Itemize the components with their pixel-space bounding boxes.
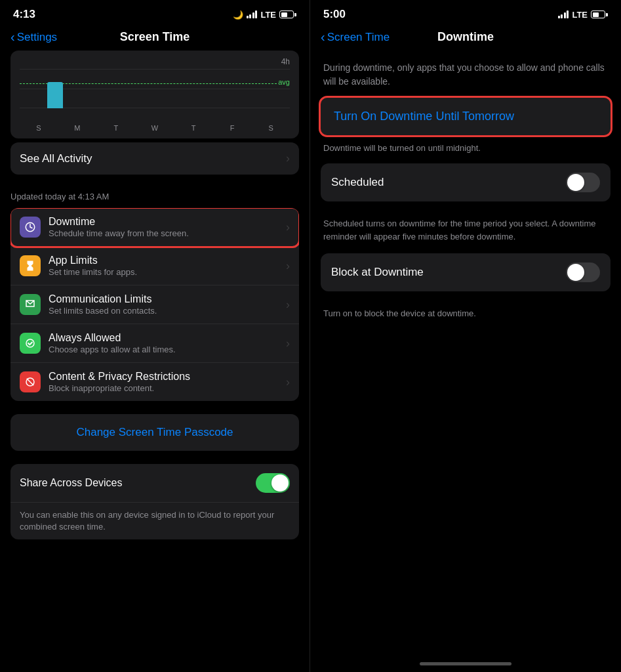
content-privacy-chevron-icon: ›	[286, 375, 290, 389]
downtime-btn-container: Turn On Downtime Until Tomorrow	[321, 98, 611, 135]
communication-limits-title: Communication Limits	[49, 293, 281, 305]
left-content: 4h avg S M T W T F S	[0, 51, 310, 672]
block-at-downtime-toggle-thumb	[567, 264, 584, 281]
app-limits-icon	[20, 255, 41, 276]
left-time: 4:13	[13, 8, 35, 21]
scheduled-toggle[interactable]	[566, 173, 600, 192]
always-allowed-icon	[20, 333, 41, 354]
turn-on-downtime-button[interactable]: Turn On Downtime Until Tomorrow	[321, 98, 611, 135]
right-nav-title: Downtime	[437, 30, 494, 44]
right-signal-bar-2	[561, 14, 563, 18]
left-status-icons: 🌙 LTE	[233, 10, 296, 20]
share-row: Share Across Devices	[10, 464, 299, 503]
avg-label: avg	[278, 78, 290, 86]
signal-bar-4	[255, 10, 257, 18]
communication-icon	[20, 294, 41, 315]
chart-day-m: M	[58, 124, 96, 132]
right-status-icons: LTE	[558, 10, 608, 20]
content-privacy-row[interactable]: Content & Privacy Restrictions Block ina…	[10, 363, 299, 401]
right-content: During downtime, only apps that you choo…	[310, 51, 621, 657]
always-allowed-row[interactable]: Always Allowed Choose apps to allow at a…	[10, 324, 299, 363]
turn-on-downtime-label: Turn On Downtime Until Tomorrow	[334, 110, 514, 123]
svg-point-1	[26, 339, 34, 347]
change-passcode-label: Change Screen Time Passcode	[76, 426, 233, 438]
signal-bar-2	[249, 14, 251, 18]
right-signal-bar-1	[558, 16, 560, 18]
right-time: 5:00	[323, 8, 346, 21]
scheduled-row[interactable]: Scheduled	[321, 163, 611, 201]
share-toggle[interactable]	[256, 473, 290, 493]
left-back-button[interactable]: ‹ Settings	[10, 30, 57, 45]
signal-bar-1	[247, 16, 249, 18]
chart-day-f: F	[213, 124, 251, 132]
block-at-downtime-row[interactable]: Block at Downtime	[321, 253, 611, 291]
right-status-bar: 5:00 LTE	[310, 0, 621, 26]
left-nav-title: Screen Time	[120, 30, 190, 44]
chart-day-w: W	[136, 124, 174, 132]
right-signal-bar-3	[564, 12, 566, 18]
checkmark-icon	[24, 337, 36, 349]
see-all-row[interactable]: See All Activity ›	[10, 142, 299, 175]
change-passcode-button[interactable]: Change Screen Time Passcode	[10, 414, 299, 451]
app-limits-row[interactable]: App Limits Set time limits for apps. ›	[10, 247, 299, 285]
lte-label: LTE	[260, 10, 276, 20]
downtime-title: Downtime	[49, 216, 281, 228]
chart-top-label: 4h	[20, 57, 290, 66]
chart-bar	[47, 82, 63, 108]
block-at-downtime-group: Block at Downtime	[321, 253, 611, 291]
left-panel: 4:13 🌙 LTE ‹ Settings Screen Time	[0, 0, 310, 672]
always-allowed-subtitle: Choose apps to allow at all times.	[49, 345, 281, 354]
scheduled-toggle-thumb	[567, 174, 584, 191]
downtime-until-text: Downtime will be turned on until midnigh…	[310, 139, 621, 163]
downtime-svg-icon	[24, 221, 36, 233]
svg-line-3	[27, 379, 34, 386]
share-desc: You can enable this on any device signed…	[10, 503, 299, 539]
share-label: Share Across Devices	[20, 477, 256, 489]
signal-bars-icon	[247, 10, 258, 18]
communication-limits-text: Communication Limits Set limits based on…	[49, 293, 281, 316]
always-allowed-title: Always Allowed	[49, 332, 281, 344]
chart-day-s2: S	[252, 124, 290, 132]
right-signal-bars-icon	[558, 10, 569, 18]
downtime-chevron-icon: ›	[286, 220, 290, 234]
downtime-text: Downtime Schedule time away from the scr…	[49, 216, 281, 238]
content-privacy-text: Content & Privacy Restrictions Block ina…	[49, 371, 281, 393]
downtime-icon	[20, 217, 41, 238]
always-allowed-text: Always Allowed Choose apps to allow at a…	[49, 332, 281, 354]
downtime-row[interactable]: Downtime Schedule time away from the scr…	[10, 208, 299, 247]
right-panel: 5:00 LTE ‹ Screen Time Downtime	[310, 0, 621, 672]
communication-limits-row[interactable]: Communication Limits Set limits based on…	[10, 285, 299, 324]
chart-section: 4h avg S M T W T F S	[10, 51, 299, 138]
left-back-label: Settings	[17, 31, 57, 44]
right-lte-label: LTE	[572, 10, 588, 20]
downtime-subtitle: Schedule time away from the screen.	[49, 228, 281, 238]
app-limits-chevron-icon: ›	[286, 259, 290, 273]
right-signal-bar-4	[567, 10, 569, 18]
see-all-chevron-icon: ›	[286, 152, 290, 165]
app-limits-subtitle: Set time limits for apps.	[49, 267, 281, 277]
always-allowed-chevron-icon: ›	[286, 337, 290, 350]
hourglass-icon	[24, 260, 36, 272]
content-privacy-title: Content & Privacy Restrictions	[49, 371, 281, 383]
communication-limits-subtitle: Set limits based on contacts.	[49, 306, 281, 316]
scheduled-label: Scheduled	[331, 176, 566, 189]
grid-line-1	[20, 69, 290, 70]
signal-bar-3	[252, 12, 254, 18]
app-limits-text: App Limits Set time limits for apps.	[49, 255, 281, 277]
block-at-downtime-desc: Turn on to block the device at downtime.	[310, 302, 621, 331]
app-limits-title: App Limits	[49, 255, 281, 266]
right-back-button[interactable]: ‹ Screen Time	[321, 30, 390, 45]
content-privacy-subtitle: Block inappropriate content.	[49, 383, 281, 393]
scheduled-group: Scheduled	[321, 163, 611, 201]
block-at-downtime-toggle[interactable]	[566, 262, 600, 282]
left-back-arrow-icon: ‹	[10, 30, 15, 45]
right-nav-bar: ‹ Screen Time Downtime	[310, 26, 621, 51]
left-status-bar: 4:13 🌙 LTE	[0, 0, 310, 26]
downtime-description: During downtime, only apps that you choo…	[310, 51, 621, 98]
block-at-downtime-label: Block at Downtime	[331, 266, 566, 279]
block-icon	[24, 376, 36, 388]
menu-items-group: Downtime Schedule time away from the scr…	[10, 208, 299, 401]
home-indicator	[420, 662, 511, 665]
chart-4h-label: 4h	[281, 57, 290, 66]
right-back-label: Screen Time	[327, 31, 390, 44]
